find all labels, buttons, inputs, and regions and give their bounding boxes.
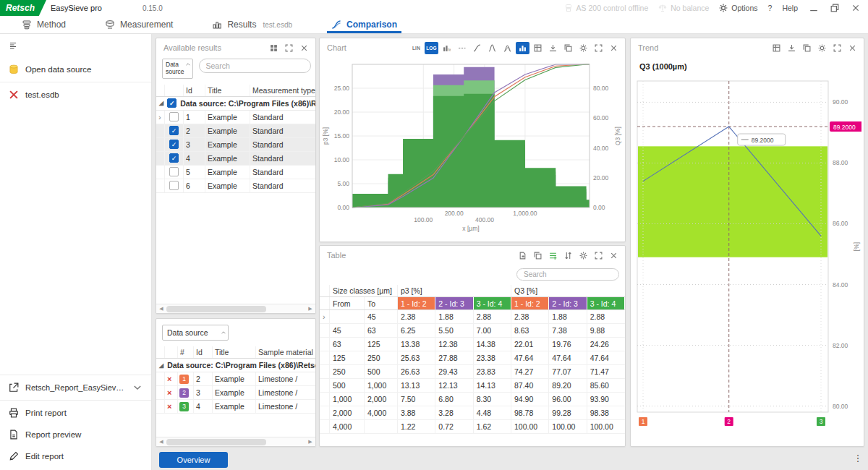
chevron-down-icon[interactable] (132, 383, 142, 393)
row-checkbox[interactable] (169, 167, 179, 176)
column-header[interactable]: Title (205, 85, 250, 96)
collapse-icon[interactable]: ◢ (159, 100, 163, 106)
results-group-row[interactable]: ◢✓Data source: C:\Program Files (x86)\Re… (156, 97, 315, 111)
scroll-right-icon[interactable]: ▶ (305, 439, 315, 445)
series-column-header[interactable]: 3 - Id: 4 (587, 297, 625, 309)
size-class-row[interactable]: 12525025.6327.8823.3847.6447.6447.64 (320, 351, 625, 365)
scrollbar-track[interactable] (166, 439, 305, 445)
size-class-row[interactable]: 1,0002,0007.506.808.3094.9096.0093.90 (320, 393, 625, 406)
cumulative-curve-icon[interactable] (470, 42, 484, 54)
row-display-icon[interactable] (546, 249, 560, 262)
close-window-button[interactable] (850, 3, 861, 14)
collapse-icon[interactable]: ◢ (159, 362, 163, 369)
table-view-icon[interactable] (770, 42, 783, 54)
open-data-source-button[interactable]: Open data source (0, 59, 151, 80)
result-row[interactable]: ✓4ExampleStandard (156, 152, 315, 166)
remove-row-icon[interactable]: × (165, 372, 178, 385)
scrollbar-thumb[interactable] (166, 439, 266, 445)
series-column-header[interactable]: 2 - Id: 3 (435, 297, 473, 309)
series-column-header[interactable]: 1 - Id: 2 (398, 297, 435, 309)
table-header[interactable]: Table (320, 246, 625, 265)
size-class-row[interactable]: ›452.381.882.882.381.882.88 (320, 310, 625, 324)
column-header[interactable]: Sample material (256, 346, 315, 358)
edit-report-button[interactable]: Edit report (0, 445, 151, 467)
linear-scale-button[interactable]: LIN (409, 42, 423, 54)
size-class-row[interactable]: 4,0001.220.721.62100.00100.00100.00 (320, 420, 625, 434)
settings-icon[interactable] (576, 249, 590, 262)
close-panel-icon[interactable] (297, 42, 311, 54)
chart-header[interactable]: Chart LINLOG% (320, 38, 625, 57)
data-source-dropdown[interactable]: Data source (162, 325, 229, 341)
row-checkbox[interactable]: ✓ (169, 126, 179, 135)
result-row[interactable]: 6ExampleStandard (156, 179, 315, 193)
row-checkbox[interactable] (169, 181, 179, 190)
size-class-row[interactable]: 45636.255.507.008.637.389.88 (320, 324, 625, 338)
trend-header[interactable]: Trend (631, 38, 864, 57)
copy-icon[interactable] (531, 249, 545, 262)
report-preview-button[interactable]: Report preview (0, 424, 151, 445)
horizontal-scrollbar[interactable]: ◀ ▶ (156, 304, 315, 313)
more-options-icon[interactable]: ⋮ (852, 453, 864, 463)
trend-chart[interactable]: 80.0082.0084.0086.0088.0090.0089.200089.… (631, 72, 864, 446)
remove-source-icon[interactable] (9, 90, 19, 100)
distribution-chart[interactable]: 0.005.0010.0015.0020.0025.000.0020.0040.… (320, 57, 625, 242)
group-by-dropdown[interactable]: Data source (162, 59, 193, 79)
copy-icon[interactable] (561, 42, 575, 54)
overview-button[interactable]: Overview (159, 452, 228, 468)
about-button[interactable]: ? (768, 4, 773, 12)
series-column-header[interactable]: 1 - Id: 2 (511, 297, 549, 309)
histogram-percent-icon[interactable]: % (440, 42, 454, 54)
density-curve-icon[interactable] (485, 42, 499, 54)
results-search-input[interactable] (199, 59, 311, 73)
options-button[interactable]: Options (719, 4, 757, 12)
column-header[interactable]: Id (184, 85, 205, 96)
source-row[interactable]: ×12ExampleLimestone / (156, 372, 315, 386)
size-class-row[interactable]: 5001,00013.1312.1314.1387.4089.2085.60 (320, 379, 625, 393)
log-scale-button[interactable]: LOG (425, 42, 438, 54)
settings-icon[interactable] (815, 42, 829, 54)
scroll-left-icon[interactable]: ◀ (156, 306, 166, 312)
source-row[interactable]: ×34ExampleLimestone / (156, 400, 315, 414)
workspace-icon[interactable] (9, 41, 20, 50)
column-header[interactable]: # (178, 346, 194, 358)
column-header[interactable]: Id (194, 346, 213, 358)
result-row[interactable]: ✓3ExampleStandard (156, 138, 315, 152)
tab-results[interactable]: Resultstest.esdb (212, 16, 292, 33)
remove-row-icon[interactable]: × (165, 386, 178, 399)
layout-grid-icon[interactable] (267, 42, 281, 54)
row-checkbox[interactable] (169, 112, 179, 121)
save-image-icon[interactable] (546, 42, 560, 54)
horizontal-scrollbar[interactable]: ◀ ▶ (156, 437, 315, 446)
copy-icon[interactable] (800, 42, 814, 54)
table-view-icon[interactable] (531, 42, 545, 54)
export-table-icon[interactable] (516, 249, 529, 262)
scrollbar-thumb[interactable] (166, 306, 266, 312)
fullscreen-icon[interactable] (282, 42, 296, 54)
report-file-item[interactable]: Retsch_Report_EasySieve.xml (0, 377, 151, 398)
series-column-header[interactable]: 3 - Id: 4 (474, 297, 511, 309)
restore-button[interactable] (829, 3, 840, 14)
close-panel-icon[interactable] (607, 42, 621, 54)
scroll-left-icon[interactable]: ◀ (156, 439, 166, 445)
save-image-icon[interactable] (785, 42, 799, 54)
size-class-row[interactable]: 2,0004,0003.883.284.4898.7899.2898.38 (320, 406, 625, 420)
fullscreen-icon[interactable] (592, 249, 605, 262)
tab-measurement[interactable]: Measurement (105, 16, 173, 33)
tab-method[interactable]: Method (22, 16, 66, 33)
help-button[interactable]: Help (782, 4, 798, 12)
table-search-input[interactable] (516, 268, 619, 281)
group-checkbox[interactable]: ✓ (167, 98, 176, 108)
tab-comparison[interactable]: Comparison (331, 16, 397, 33)
row-checkbox[interactable]: ✓ (169, 153, 179, 163)
result-row[interactable]: 5ExampleStandard (156, 166, 315, 179)
histogram-display-icon[interactable] (516, 42, 529, 54)
size-class-row[interactable]: 25050026.6329.4323.8374.2777.0771.47 (320, 365, 625, 379)
available-results-header[interactable]: Available results (156, 38, 315, 57)
row-checkbox[interactable]: ✓ (169, 140, 179, 149)
scrollbar-track[interactable] (166, 306, 305, 312)
column-header[interactable]: Title (213, 346, 256, 358)
source-row[interactable]: ×23ExampleLimestone / (156, 386, 315, 400)
close-panel-icon[interactable] (607, 249, 621, 262)
settings-icon[interactable] (576, 42, 590, 54)
fullscreen-icon[interactable] (830, 42, 844, 54)
